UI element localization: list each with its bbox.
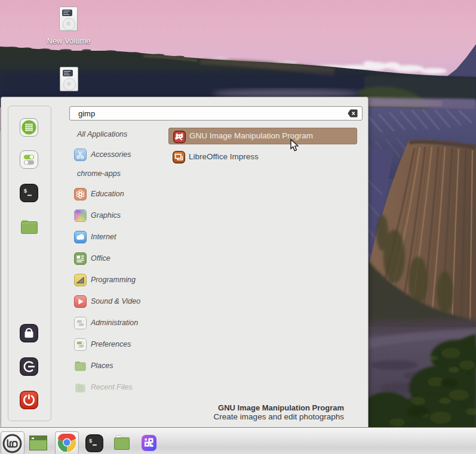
svg-text:$: $: [24, 188, 27, 194]
svg-text:$: $: [89, 438, 92, 444]
